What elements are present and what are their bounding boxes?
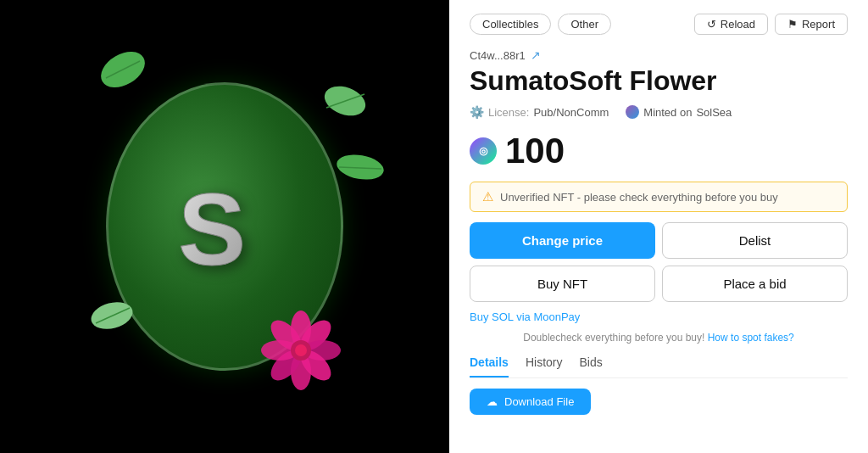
address-row: Ct4w...88r1 ↗ xyxy=(470,48,848,62)
action-buttons: Change price Delist Buy NFT Place a bid xyxy=(470,222,848,302)
s-logo: S xyxy=(157,159,292,294)
right-panel: Collectibles Other ↺ Reload ⚑ Report Ct4… xyxy=(449,0,868,453)
nft-artwork: S xyxy=(47,31,403,422)
minted-label: Minted on xyxy=(643,106,692,119)
download-file-button[interactable]: ☁ Download File xyxy=(470,389,591,415)
tab-collectibles[interactable]: Collectibles xyxy=(470,14,551,35)
report-button[interactable]: ⚑ Report xyxy=(775,14,848,35)
gear-icon: ⚙️ xyxy=(470,105,484,119)
minted-platform: SolSea xyxy=(696,106,732,119)
warning-text: Unverified NFT - please check everything… xyxy=(500,191,778,204)
license-label: License: xyxy=(488,106,529,119)
leaf-top-left xyxy=(97,48,148,94)
flower xyxy=(259,308,343,396)
delist-button[interactable]: Delist xyxy=(662,222,848,259)
price-row: ◎ 100 xyxy=(470,131,848,171)
download-icon: ☁ xyxy=(487,395,498,408)
tab-bids[interactable]: Bids xyxy=(579,355,602,378)
header-actions: ↺ Reload ⚑ Report xyxy=(694,14,848,35)
price-value: 100 xyxy=(505,131,565,171)
category-tabs: Collectibles Other xyxy=(470,14,611,35)
top-navigation: Collectibles Other ↺ Reload ⚑ Report xyxy=(470,14,848,35)
leaf-bottom-left xyxy=(89,298,136,337)
external-link-icon[interactable]: ↗ xyxy=(531,48,541,62)
reload-button[interactable]: ↺ Reload xyxy=(694,14,768,35)
solsea-icon xyxy=(626,105,639,119)
doublecheck-row: Doublecheck everything before you buy! H… xyxy=(470,332,848,344)
nft-title: SumatoSoft Flower xyxy=(470,65,848,97)
tab-other[interactable]: Other xyxy=(558,14,611,35)
meta-info-row: ⚙️ License: Pub/NonComm Minted on SolSea xyxy=(470,105,848,119)
reload-icon: ↺ xyxy=(707,18,716,31)
bottom-tabs: Details History Bids xyxy=(470,355,848,378)
svg-point-18 xyxy=(295,344,307,356)
leaf-top-right xyxy=(322,82,369,124)
change-price-button[interactable]: Change price xyxy=(470,222,655,259)
buy-nft-button[interactable]: Buy NFT xyxy=(470,266,655,302)
report-icon: ⚑ xyxy=(787,18,798,31)
svg-text:S: S xyxy=(178,172,246,286)
buy-sol-link[interactable]: Buy SOL via MoonPay xyxy=(470,310,848,323)
minted-info: Minted on SolSea xyxy=(626,105,732,119)
tab-details[interactable]: Details xyxy=(470,355,509,378)
place-bid-button[interactable]: Place a bid xyxy=(662,266,848,302)
warning-icon: ⚠ xyxy=(482,189,493,204)
license-info: ⚙️ License: Pub/NonComm xyxy=(470,105,609,119)
tab-history[interactable]: History xyxy=(526,355,563,378)
license-value: Pub/NonComm xyxy=(533,106,609,119)
nft-image-panel: S xyxy=(0,0,449,453)
doublecheck-text: Doublecheck everything before you buy! xyxy=(523,332,704,344)
sol-icon: ◎ xyxy=(470,137,497,165)
leaf-mid-right xyxy=(335,150,386,187)
wallet-address: Ct4w...88r1 xyxy=(470,49,526,62)
warning-banner: ⚠ Unverified NFT - please check everythi… xyxy=(470,182,848,212)
how-to-spot-link[interactable]: How to spot fakes? xyxy=(708,332,794,344)
